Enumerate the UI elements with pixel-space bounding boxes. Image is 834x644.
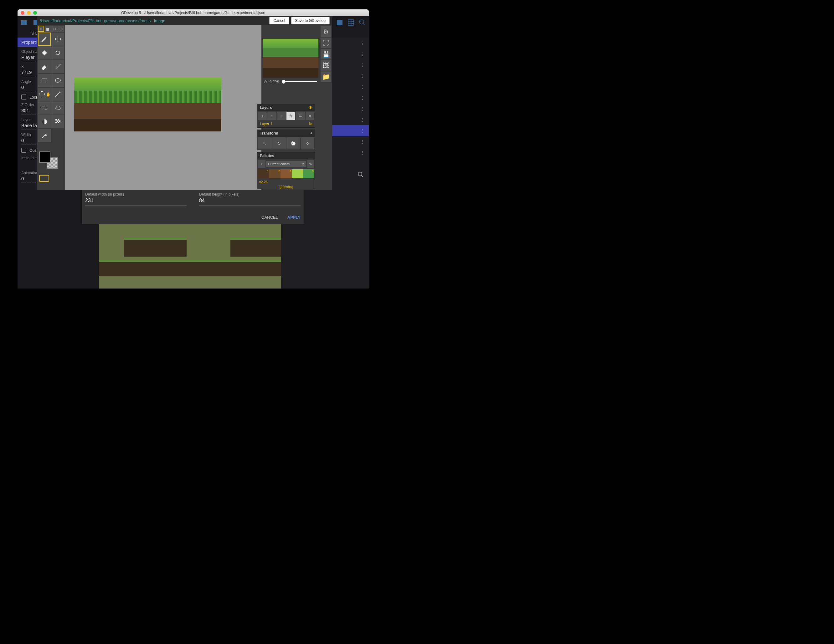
svg-rect-7 [42,79,47,82]
cancel-button[interactable]: CANCEL [262,215,278,220]
foreground-color[interactable] [39,152,50,163]
pen-size-3[interactable]: □ [51,26,58,32]
fps-label: 0 FPS [270,80,279,84]
zoom-label: x2.26 [259,180,268,184]
clone-button[interactable]: 🐑 [286,137,300,149]
grid-icon[interactable] [346,18,356,27]
palettes-header: Palettes [260,153,274,158]
circle-tool-icon[interactable] [51,74,64,87]
svg-point-6 [56,51,60,55]
color-swap[interactable] [39,152,58,169]
center-button[interactable]: ⊹ [301,137,315,149]
wand-tool-icon[interactable] [51,88,64,101]
svg-point-5 [358,172,362,176]
add-layer-button[interactable]: + [258,112,267,120]
more-icon[interactable]: ⋮ [360,41,364,45]
rect-select-tool-icon[interactable] [38,102,51,115]
default-height-field[interactable]: 84 [199,198,301,206]
dimensions-dialog: Default width (in pixels) 231 Default he… [82,188,304,224]
add-transform-icon[interactable]: + [310,131,312,136]
flip-h-button[interactable]: ⇋ [258,137,272,149]
editor-image-label: Image [154,18,165,23]
layers-panel: Layers 👁 + ↑ ↓ ✎ ⇊ × Layer 1 1α [257,104,315,128]
rotate-button[interactable]: ↻ [272,137,286,149]
import-folder-icon[interactable]: 📁 [320,71,331,82]
pen-size-1[interactable]: ▪ [38,26,44,32]
more-icon[interactable]: ⋮ [360,52,364,56]
more-icon[interactable]: ⋮ [360,63,364,67]
custom-size-checkbox[interactable] [21,148,26,153]
layer-down-button[interactable]: ↓ [277,112,286,120]
layer-1-alpha: 1α [308,122,312,126]
save-disk-icon[interactable]: 💾 [320,49,331,60]
editor-save-button[interactable]: Save to GDevelop [291,17,330,24]
more-icon[interactable]: ⋮ [360,128,364,133]
layer-1-name[interactable]: Layer 1 [260,122,272,126]
svg-point-4 [359,20,364,24]
palette-swatch[interactable]: 4 [292,169,303,178]
more-icon[interactable]: ⋮ [360,84,364,89]
svg-point-10 [55,106,60,110]
pen-size-4[interactable]: □ [58,26,65,32]
palettes-panel: Palettes + Current colors◇ ✎ 12345 x2.26… [257,152,315,189]
more-icon[interactable]: ⋮ [360,139,364,144]
delete-layer-button[interactable]: × [305,112,314,120]
eye-icon[interactable]: 👁 [309,105,312,110]
lasso-tool-icon[interactable] [51,102,64,115]
svg-rect-13 [58,119,59,121]
add-palette-button[interactable]: + [258,160,265,168]
fps-slider[interactable] [282,81,317,82]
titlebar: GDevelop 5 - /Users/florianrival/Project… [18,10,369,16]
palette-swatch[interactable]: 3 [281,169,292,178]
move-tool-icon[interactable]: ✋ [38,88,51,101]
lock-position-checkbox[interactable] [21,95,26,100]
keyboard-shortcuts-icon[interactable] [39,175,49,182]
more-icon[interactable]: ⋮ [360,95,364,100]
edit-layer-button[interactable]: ✎ [286,112,295,120]
line-tool-icon[interactable] [51,60,64,73]
edit-palette-button[interactable]: ✎ [307,160,314,168]
preview-image [263,39,318,78]
apply-button[interactable]: APPLY [288,215,301,220]
palette-swatch[interactable]: 2 [269,169,281,178]
zoom-11-icon[interactable] [357,18,367,27]
dither-tool-icon[interactable] [51,115,64,128]
svg-rect-15 [59,121,60,122]
right-toolbar: ⚙ ⛶ 💾 🖼 📁 [320,25,332,190]
more-icon[interactable]: ⋮ [360,107,364,111]
lighten-tool-icon[interactable] [38,115,51,128]
svg-rect-9 [42,106,47,110]
default-width-label: Default width (in pixels) [85,192,187,197]
magic-bucket-tool-icon[interactable] [51,46,64,60]
pencil-tool-icon[interactable] [38,32,51,46]
more-icon[interactable]: ⋮ [360,150,364,155]
eyedropper-tool-icon[interactable] [38,129,51,142]
gear-icon[interactable]: ⚙ [320,26,331,37]
palette-swatch[interactable]: 1 [258,169,269,178]
menu-icon[interactable] [19,18,29,27]
pen-size-2[interactable]: ◼ [45,26,51,32]
canvas[interactable] [65,25,262,190]
bucket-tool-icon[interactable] [38,46,51,60]
more-icon[interactable]: ⋮ [360,74,364,78]
editor-cancel-button[interactable]: Cancel [269,17,289,24]
export-image-icon[interactable]: 🖼 [320,60,331,71]
palette-select[interactable]: Current colors◇ [266,161,306,167]
more-icon[interactable]: ⋮ [360,117,364,122]
sprite-canvas[interactable] [74,77,221,131]
palette-swatch[interactable]: 5 [303,169,314,178]
default-width-field[interactable]: 231 [85,198,187,206]
mirror-pen-tool-icon[interactable] [51,32,64,46]
eraser-tool-icon[interactable] [38,60,51,73]
layer-up-button[interactable]: ↑ [267,112,276,120]
resize-icon[interactable]: ⛶ [320,37,331,48]
piskel-editor: /Users/florianrival/Projects/F/lil-bub-g… [37,16,332,190]
rectangle-tool-icon[interactable] [38,74,51,87]
layers-icon[interactable] [335,18,344,27]
canvas-dims: [225x84] [257,185,315,189]
onion-icon[interactable]: ◎ [264,79,267,84]
layers-header: Layers [260,105,272,110]
search-icon[interactable] [357,171,364,179]
merge-layer-button[interactable]: ⇊ [296,112,305,120]
svg-rect-16 [55,122,57,123]
